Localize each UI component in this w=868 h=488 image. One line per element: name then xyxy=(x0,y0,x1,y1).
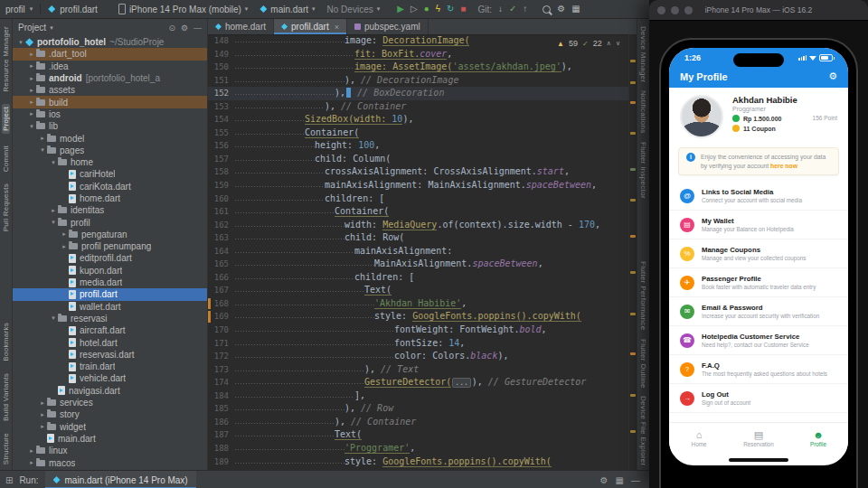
tree-item-reservasi[interactable]: ▾reservasi xyxy=(13,313,207,324)
code-line-169[interactable]: 169style: GoogleFonts.poppins().copyWith… xyxy=(208,310,629,324)
code-line-186[interactable]: 186), // Container xyxy=(208,416,629,429)
home-indicator[interactable] xyxy=(729,458,788,462)
tree-item-wallet-dart[interactable]: wallet.dart xyxy=(13,301,207,313)
tree-item-story[interactable]: ▸story xyxy=(13,408,207,420)
tree-chevron-icon[interactable]: ▸ xyxy=(27,99,36,106)
code-line-156[interactable]: 156height: 100, xyxy=(208,139,629,153)
code-line-152[interactable]: 152), // BoxDecoration xyxy=(208,87,629,100)
tree-item-vehicle-dart[interactable]: vehicle.dart xyxy=(13,372,207,384)
tree-chevron-icon[interactable]: ▸ xyxy=(27,87,36,94)
tab-home[interactable]: ⌂Home xyxy=(669,423,729,454)
menu-item-links-to-social-media[interactable]: @Links to Social MediaConnect your accou… xyxy=(669,182,848,211)
tree-chevron-icon[interactable]: ▸ xyxy=(27,447,36,455)
tree-chevron-icon[interactable]: ▸ xyxy=(27,110,36,117)
profiler-icon[interactable]: ▷ xyxy=(410,5,418,14)
tree-chevron-icon[interactable]: ▸ xyxy=(38,399,47,407)
tree-chevron-icon[interactable]: ▾ xyxy=(38,146,47,154)
tree-item-build[interactable]: ▸build xyxy=(13,96,207,108)
code-line-165[interactable]: 165MainAxisAlignment.spaceBetween, xyxy=(208,258,629,271)
menu-item-passenger-profile[interactable]: ✈Passenger ProfileBook faster with autom… xyxy=(669,268,848,297)
tree-item-android[interactable]: ▸android[portofolio_hotel_a xyxy=(13,72,207,84)
tree-item-services[interactable]: ▸services xyxy=(13,397,207,408)
tree-item-kupon-dart[interactable]: kupon.dart xyxy=(13,265,207,277)
settings-icon[interactable]: ⚙ xyxy=(181,23,188,33)
locate-icon[interactable]: ⊙ xyxy=(168,23,175,33)
code-line-170[interactable]: 170fontWeight: FontWeight.bold, xyxy=(208,324,629,337)
tree-item-carihotel[interactable]: cariHotel xyxy=(13,168,207,180)
menu-item-f-a-q[interactable]: ?F.A.QThe most frequently asked question… xyxy=(669,355,848,384)
layout-icon[interactable]: ▦ xyxy=(616,475,624,485)
tree-chevron-icon[interactable]: ▸ xyxy=(27,459,36,466)
toolstrip-bookmarks[interactable]: Bookmarks xyxy=(2,323,10,361)
toolwindows-icon[interactable]: ⊞ xyxy=(5,475,13,485)
banner-link[interactable]: here now xyxy=(770,163,797,169)
tree-item-aircraft-dart[interactable]: aircraft.dart xyxy=(13,324,207,336)
git-pull-icon[interactable]: ↓ xyxy=(498,5,503,14)
settings-icon[interactable]: ⚙ xyxy=(557,5,565,14)
tree-item-hotel-dart[interactable]: hotel.dart xyxy=(13,336,207,348)
tree-item-dart-tool[interactable]: ▸.dart_tool xyxy=(13,48,207,60)
menu-item-log-out[interactable]: →Log OutSign out of account xyxy=(669,384,848,413)
tree-item-carikota-dart[interactable]: cariKota.dart xyxy=(13,181,207,192)
code-line-153[interactable]: 153), // Container xyxy=(208,100,629,114)
toolstrip-resource-manager[interactable]: Resource Manager xyxy=(2,26,10,92)
tree-item-navigasi-dart[interactable]: navigasi.dart xyxy=(13,385,207,397)
code-line-164[interactable]: 164mainAxisAlignment: xyxy=(208,245,629,258)
tree-item-pages[interactable]: ▾pages xyxy=(13,145,207,156)
code-line-189[interactable]: 189style: GoogleFonts.poppins().copyWith… xyxy=(208,455,629,469)
toolstrip-flutter-performance[interactable]: Flutter Performance xyxy=(639,261,647,330)
code-line-166[interactable]: 166children: [ xyxy=(208,271,629,285)
prev-issue-icon[interactable]: ∧ xyxy=(607,40,611,47)
tree-chevron-icon[interactable]: ▸ xyxy=(27,75,36,82)
hot-restart-icon[interactable]: ↻ xyxy=(447,5,454,14)
menu-item-email-password[interactable]: ✉Email & PasswordIncrease your account s… xyxy=(669,297,848,326)
tree-chevron-icon[interactable]: ▸ xyxy=(27,62,36,70)
toolstrip-flutter-outline[interactable]: Flutter Outline xyxy=(639,339,647,389)
tree-chevron-icon[interactable]: ▸ xyxy=(38,411,47,418)
menu-item-hotelpedia-customer-service[interactable]: ☎Hotelpedia Customer ServiceNeed help?, … xyxy=(669,326,848,355)
tree-chevron-icon[interactable]: ▸ xyxy=(60,243,69,250)
tab-profile[interactable]: ☻Profile xyxy=(788,423,848,454)
code-line-163[interactable]: 163child: Row( xyxy=(208,231,629,245)
code-line-157[interactable]: 157child: Column( xyxy=(208,153,629,166)
tree-item-pengaturan[interactable]: ▸pengaturan xyxy=(13,229,207,240)
error-stripe-scrollbar[interactable] xyxy=(628,34,637,470)
avatar[interactable] xyxy=(680,95,723,138)
tree-item-profil-penumpang[interactable]: ▸profil penumpang xyxy=(13,240,207,252)
tree-chevron-icon[interactable]: ▸ xyxy=(38,135,47,142)
code-line-149[interactable]: 149fit: BoxFit.cover, xyxy=(208,48,629,61)
tab-reservation[interactable]: ▤Reservation xyxy=(729,423,788,454)
tree-item-home-dart[interactable]: home.dart xyxy=(13,192,207,204)
settings-icon[interactable]: ⚙ xyxy=(600,475,609,485)
toolstrip-pull-requests[interactable]: Pull Requests xyxy=(2,183,10,231)
git-commit-icon[interactable]: ✓ xyxy=(509,5,516,14)
code-line-150[interactable]: 150image: AssetImage('assets/akhdan.jpeg… xyxy=(208,61,629,74)
code-line-158[interactable]: 158crossAxisAlignment: CrossAxisAlignmen… xyxy=(208,165,629,179)
menu-item-manage-coupons[interactable]: %Manage CouponsManage and view your coll… xyxy=(669,239,848,268)
code-line-155[interactable]: 155Container( xyxy=(208,127,629,140)
tree-item-reservasi-dart[interactable]: reservasi.dart xyxy=(13,349,207,361)
code-line-174[interactable]: 174GestureDetector(...), // GestureDetec… xyxy=(208,376,629,389)
tree-chevron-icon[interactable]: ▸ xyxy=(60,230,69,238)
debug-icon[interactable]: ● xyxy=(424,5,429,14)
tree-chevron-icon[interactable]: ▾ xyxy=(27,123,36,130)
tree-item-profil-dart[interactable]: profil.dart xyxy=(13,288,207,300)
folded-code-chip[interactable]: ... xyxy=(452,378,470,388)
run-config-selector[interactable]: main.dart ▾ xyxy=(256,4,318,15)
close-window-icon[interactable] xyxy=(657,6,665,14)
tree-chevron-icon[interactable]: ▾ xyxy=(16,39,25,46)
git-push-icon[interactable]: ↑ xyxy=(523,5,527,14)
editor-tab-pubspec-yaml[interactable]: pubspec.yaml xyxy=(347,19,429,34)
tree-item-linux[interactable]: ▸linux xyxy=(13,445,207,456)
code-view[interactable]: 148image: DecorationImage(149fit: BoxFit… xyxy=(208,34,629,470)
code-line-185[interactable]: 185), // Row xyxy=(208,402,629,416)
tree-item-train-dart[interactable]: train.dart xyxy=(13,361,207,372)
close-icon[interactable]: × xyxy=(335,23,339,32)
tree-item-profil[interactable]: ▾profil xyxy=(13,216,207,228)
settings-gear-icon[interactable]: ⚙ xyxy=(828,70,837,82)
toolstrip-flutter-inspector[interactable]: Flutter Inspector xyxy=(639,142,647,199)
code-line-167[interactable]: 167Text( xyxy=(208,284,629,297)
project-panel-header[interactable]: Project ▾ ⊙⚙— xyxy=(13,19,207,36)
code-line-162[interactable]: 162width: MediaQuery.of(context).size.wi… xyxy=(208,219,629,232)
run-tab[interactable]: main.dart (iPhone 14 Pro Max) xyxy=(45,471,196,488)
